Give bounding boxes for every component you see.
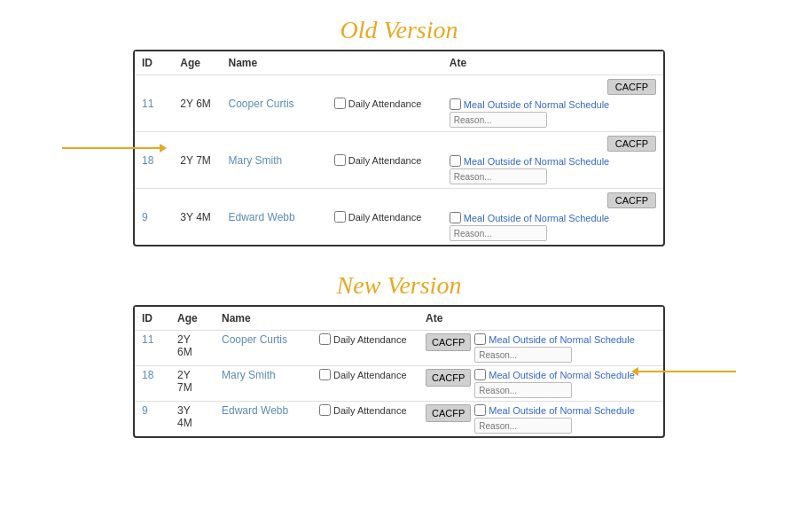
- row-id: 9: [135, 402, 170, 437]
- reason-input[interactable]: [450, 225, 547, 241]
- row-age: 3Y 4M: [170, 402, 215, 437]
- row-actions: CACFP Meal Outside of Normal Schedule: [442, 132, 663, 189]
- row-id: 18: [135, 366, 170, 402]
- row-age: 2Y 7M: [170, 366, 215, 402]
- reason-input[interactable]: [450, 168, 547, 184]
- meal-outside-checkbox[interactable]: [474, 369, 486, 380]
- meal-outside-label[interactable]: Meal Outside of Normal Schedule: [450, 212, 656, 223]
- header-ate-label: [312, 307, 419, 331]
- table-row: 18 2Y 7M Mary Smith Daily Attendance CAC…: [135, 366, 663, 402]
- row-age: 2Y 6M: [170, 331, 215, 366]
- row-ate-checkbox: Daily Attendance: [327, 75, 442, 132]
- meal-outside-label[interactable]: Meal Outside of Normal Schedule: [474, 333, 634, 345]
- reason-input[interactable]: [474, 347, 572, 363]
- row-id: 11: [135, 75, 173, 132]
- new-version-title: New Version: [337, 271, 462, 300]
- row-actions: CACFP Meal Outside of Normal Schedule: [442, 75, 663, 132]
- daily-attendance-label[interactable]: Daily Attendance: [334, 154, 435, 166]
- row-ate-checkbox: Daily Attendance: [327, 189, 442, 246]
- header-id: ID: [135, 307, 170, 331]
- header-ate: Ate: [442, 51, 663, 75]
- header-ate: Ate: [419, 307, 663, 331]
- row-name: Edward Webb: [222, 189, 327, 246]
- cacfp-button[interactable]: CACFP: [607, 79, 656, 95]
- old-version-title: Old Version: [340, 16, 458, 44]
- header-age: Age: [173, 51, 221, 75]
- daily-attendance-checkbox[interactable]: [334, 98, 346, 109]
- table-row: 9 3Y 4M Edward Webb Daily Attendance CAC…: [135, 402, 663, 437]
- daily-attendance-label[interactable]: Daily Attendance: [334, 211, 435, 223]
- meal-outside-checkbox[interactable]: [450, 98, 461, 110]
- reason-input[interactable]: [450, 112, 547, 128]
- meal-outside-label[interactable]: Meal Outside of Normal Schedule: [474, 369, 634, 380]
- row-id: 9: [135, 189, 173, 246]
- row-ate-checkbox: Daily Attendance: [312, 331, 419, 366]
- row-age: 2Y 6M: [173, 75, 221, 132]
- meal-outside-checkbox[interactable]: [450, 212, 461, 223]
- meal-outside-label[interactable]: Meal Outside of Normal Schedule: [450, 155, 656, 167]
- row-ate-checkbox: Daily Attendance: [312, 366, 419, 402]
- table-row: 11 2Y 6M Cooper Curtis Daily Attendance …: [135, 75, 663, 132]
- row-actions: CACFP Meal Outside of Normal Schedule: [419, 331, 663, 366]
- right-arrow-new: [631, 367, 736, 376]
- header-name: Name: [215, 307, 312, 331]
- cacfp-button[interactable]: CACFP: [607, 136, 656, 152]
- row-actions: CACFP Meal Outside of Normal Schedule: [442, 189, 663, 246]
- new-version-table: ID Age Name Ate 11 2Y 6M Cooper Curtis: [133, 305, 665, 438]
- daily-attendance-label[interactable]: Daily Attendance: [334, 98, 435, 109]
- cacfp-button[interactable]: CACFP: [426, 369, 471, 387]
- row-ate-checkbox: Daily Attendance: [327, 132, 442, 189]
- daily-attendance-label[interactable]: Daily Attendance: [319, 333, 411, 345]
- cacfp-button[interactable]: CACFP: [426, 333, 471, 351]
- daily-attendance-label[interactable]: Daily Attendance: [319, 369, 411, 380]
- table-row: 18 2Y 7M Mary Smith Daily Attendance CAC…: [135, 132, 663, 189]
- row-age: 3Y 4M: [173, 189, 221, 246]
- table-row: 11 2Y 6M Cooper Curtis Daily Attendance …: [135, 331, 663, 366]
- daily-attendance-checkbox[interactable]: [334, 154, 346, 166]
- table-row: 9 3Y 4M Edward Webb Daily Attendance CAC…: [135, 189, 663, 246]
- daily-attendance-label[interactable]: Daily Attendance: [319, 404, 411, 416]
- row-name: Edward Webb: [215, 402, 312, 437]
- meal-outside-checkbox[interactable]: [450, 155, 461, 167]
- reason-input[interactable]: [474, 418, 572, 434]
- row-name: Cooper Curtis: [222, 75, 327, 132]
- daily-attendance-checkbox[interactable]: [319, 333, 331, 345]
- old-version-table: ID Age Name Ate 11 2Y 6M Cooper Curtis: [133, 50, 665, 246]
- row-id: 18: [135, 132, 173, 189]
- row-actions: CACFP Meal Outside of Normal Schedule: [419, 402, 663, 437]
- row-name: Cooper Curtis: [215, 331, 312, 366]
- daily-attendance-checkbox[interactable]: [319, 369, 331, 380]
- daily-attendance-checkbox[interactable]: [334, 211, 346, 223]
- row-id: 11: [135, 331, 170, 366]
- cacfp-button[interactable]: CACFP: [607, 192, 656, 208]
- header-ate-label: [327, 51, 442, 75]
- left-arrow-old: [62, 144, 167, 153]
- meal-outside-checkbox[interactable]: [474, 404, 486, 416]
- meal-outside-label[interactable]: Meal Outside of Normal Schedule: [450, 98, 656, 110]
- row-ate-checkbox: Daily Attendance: [312, 402, 419, 437]
- header-id: ID: [135, 51, 173, 75]
- header-name: Name: [222, 51, 327, 75]
- daily-attendance-checkbox[interactable]: [319, 404, 331, 416]
- row-age: 2Y 7M: [173, 132, 221, 189]
- row-name: Mary Smith: [215, 366, 312, 402]
- meal-outside-checkbox[interactable]: [474, 333, 486, 345]
- cacfp-button[interactable]: CACFP: [426, 404, 471, 422]
- row-name: Mary Smith: [222, 132, 327, 189]
- header-age: Age: [170, 307, 215, 331]
- reason-input[interactable]: [474, 382, 572, 398]
- row-actions: CACFP Meal Outside of Normal Schedule: [419, 366, 663, 402]
- meal-outside-label[interactable]: Meal Outside of Normal Schedule: [474, 404, 634, 416]
